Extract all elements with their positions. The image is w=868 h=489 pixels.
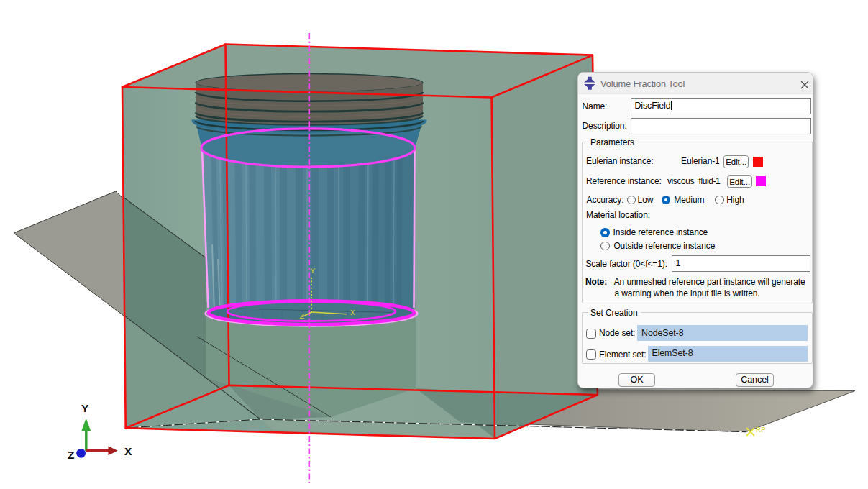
svg-text:Z: Z (300, 312, 305, 321)
svg-text:RP: RP (756, 425, 766, 434)
svg-text:Z: Z (68, 449, 75, 461)
svg-text:Y: Y (81, 402, 89, 414)
svg-text:Y: Y (311, 267, 316, 275)
svg-text:X: X (350, 309, 355, 317)
svg-text:X: X (124, 445, 132, 457)
